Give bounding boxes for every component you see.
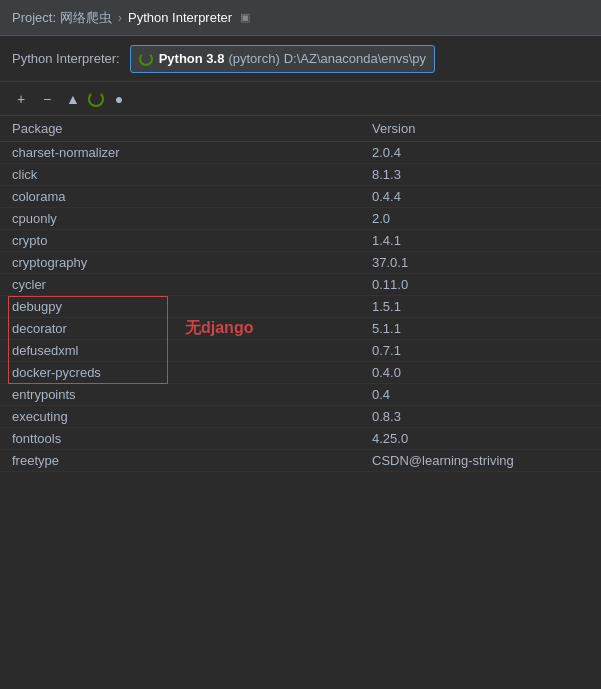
package-version: 8.1.3 [372, 167, 589, 182]
package-version: 1.5.1 [372, 299, 589, 314]
interpreter-name: Python 3.8 [159, 51, 225, 66]
table-row[interactable]: fonttools4.25.0 [0, 428, 601, 450]
package-version: 1.4.1 [372, 233, 589, 248]
interpreter-path: D:\AZ\anaconda\envs\py [284, 51, 426, 66]
col-package-header: Package [12, 121, 372, 136]
package-name: click [12, 167, 372, 182]
package-name: colorama [12, 189, 372, 204]
package-name: crypto [12, 233, 372, 248]
interpreter-row: Python Interpreter: Python 3.8 (pytorch)… [0, 36, 601, 82]
table-row[interactable]: docker-pycreds0.4.0 [0, 362, 601, 384]
breadcrumb-project: Project: 网络爬虫 [12, 9, 112, 27]
package-name: freetype [12, 453, 372, 468]
table-header: Package Version [0, 116, 601, 142]
interpreter-selector[interactable]: Python 3.8 (pytorch) D:\AZ\anaconda\envs… [130, 45, 435, 73]
interpreter-label: Python Interpreter: [12, 51, 120, 66]
package-version: 0.7.1 [372, 343, 589, 358]
table-row[interactable]: defusedxml0.7.1 [0, 340, 601, 362]
header-bar: Project: 网络爬虫 › Python Interpreter ▣ [0, 0, 601, 36]
table-row[interactable]: entrypoints0.4 [0, 384, 601, 406]
table-row[interactable]: cpuonly2.0 [0, 208, 601, 230]
package-version: 2.0.4 [372, 145, 589, 160]
package-version: 5.1.1 [372, 321, 589, 336]
remove-package-button[interactable]: − [36, 88, 58, 110]
table-row[interactable]: colorama0.4.4 [0, 186, 601, 208]
table-row[interactable]: decorator5.1.1无django [0, 318, 601, 340]
package-name: docker-pycreds [12, 365, 372, 380]
breadcrumb-separator: › [118, 10, 122, 25]
up-button[interactable]: ▲ [62, 88, 84, 110]
loading-spinner-icon [88, 91, 104, 107]
package-version: 0.11.0 [372, 277, 589, 292]
packages-container: charset-normalizer2.0.4click8.1.3coloram… [0, 142, 601, 685]
package-version: 2.0 [372, 211, 589, 226]
package-version: CSDN@learning-striving [372, 453, 589, 468]
package-name: cycler [12, 277, 372, 292]
package-version: 37.0.1 [372, 255, 589, 270]
package-name: debugpy [12, 299, 372, 314]
no-django-annotation: 无django [185, 318, 253, 339]
package-name: charset-normalizer [12, 145, 372, 160]
col-version-header: Version [372, 121, 589, 136]
package-name: defusedxml [12, 343, 372, 358]
package-version: 0.4 [372, 387, 589, 402]
package-version: 0.8.3 [372, 409, 589, 424]
package-name: cpuonly [12, 211, 372, 226]
package-version: 0.4.0 [372, 365, 589, 380]
table-row[interactable]: click8.1.3 [0, 164, 601, 186]
eye-button[interactable]: ● [108, 88, 130, 110]
package-name: cryptography [12, 255, 372, 270]
package-version: 4.25.0 [372, 431, 589, 446]
table-row[interactable]: crypto1.4.1 [0, 230, 601, 252]
interpreter-spinner-icon [139, 52, 153, 66]
package-name: fonttools [12, 431, 372, 446]
table-row[interactable]: debugpy1.5.1 [0, 296, 601, 318]
packages-list: charset-normalizer2.0.4click8.1.3coloram… [0, 142, 601, 685]
table-row[interactable]: charset-normalizer2.0.4 [0, 142, 601, 164]
add-package-button[interactable]: + [10, 88, 32, 110]
table-row[interactable]: cryptography37.0.1 [0, 252, 601, 274]
toolbar: + − ▲ ● [0, 82, 601, 116]
package-name: executing [12, 409, 372, 424]
table-row[interactable]: cycler0.11.0 [0, 274, 601, 296]
breadcrumb-current: Python Interpreter [128, 10, 232, 25]
package-name: entrypoints [12, 387, 372, 402]
table-row[interactable]: freetypeCSDN@learning-striving [0, 450, 601, 472]
page-icon: ▣ [240, 11, 250, 24]
table-row[interactable]: executing0.8.3 [0, 406, 601, 428]
package-version: 0.4.4 [372, 189, 589, 204]
interpreter-env: (pytorch) [228, 51, 279, 66]
